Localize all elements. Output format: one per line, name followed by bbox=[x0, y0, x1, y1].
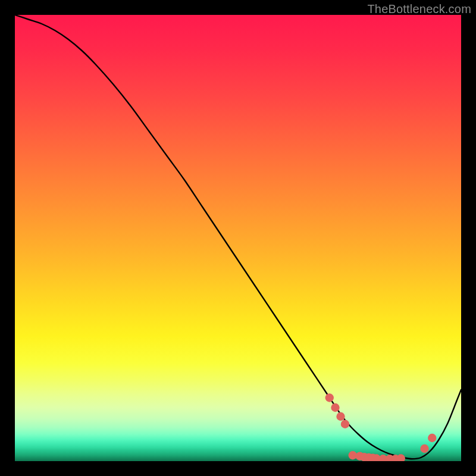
marker-group bbox=[325, 393, 437, 461]
data-marker bbox=[336, 412, 345, 421]
data-marker bbox=[341, 420, 349, 428]
data-marker bbox=[420, 444, 428, 453]
data-marker bbox=[428, 434, 436, 442]
plot-area bbox=[15, 15, 461, 461]
data-marker bbox=[325, 393, 334, 402]
chart-frame: TheBottleneck.com bbox=[0, 0, 476, 476]
data-marker bbox=[397, 454, 405, 461]
curve-path bbox=[15, 15, 461, 459]
chart-svg bbox=[15, 15, 461, 461]
data-marker bbox=[331, 403, 339, 412]
watermark-text: TheBottleneck.com bbox=[367, 2, 471, 16]
